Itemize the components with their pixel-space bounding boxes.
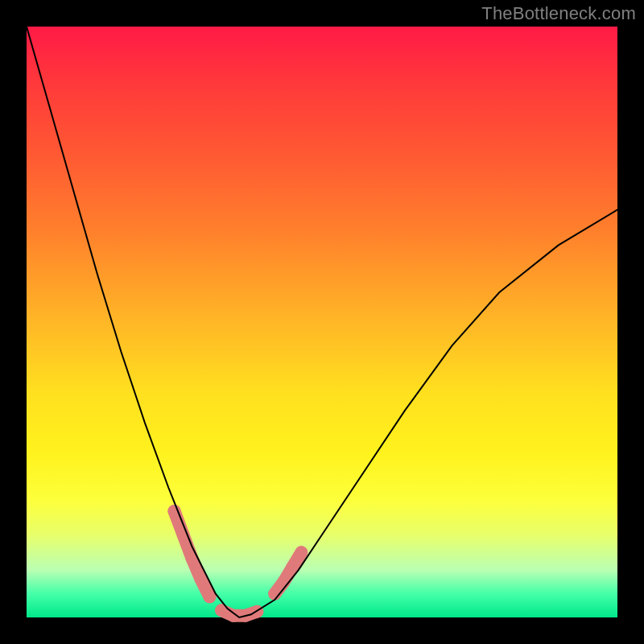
curve-svg (27, 27, 617, 617)
watermark-text: TheBottleneck.com (481, 3, 636, 24)
plot-area (27, 27, 617, 617)
chart-stage: TheBottleneck.com (0, 0, 644, 644)
right-dots (275, 552, 301, 593)
highlight-group (168, 505, 308, 622)
right-dots-dot (295, 546, 308, 559)
bottleneck-curve (27, 27, 617, 617)
